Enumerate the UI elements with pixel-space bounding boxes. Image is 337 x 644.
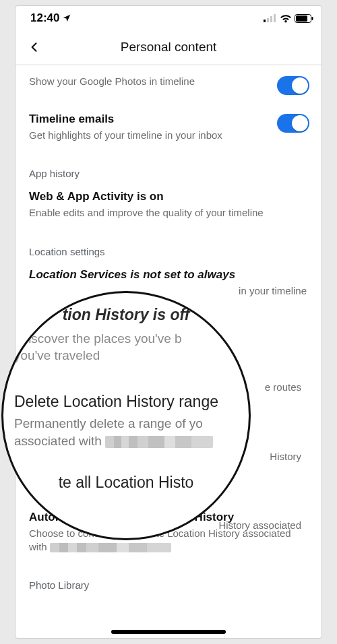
mag-text: tion History is off bbox=[63, 306, 190, 323]
svg-rect-0 bbox=[264, 20, 266, 22]
row-subtitle: Get highlights of your timeline in your … bbox=[29, 129, 270, 142]
status-time-group: 12:40 bbox=[30, 11, 71, 25]
mag-delete-all-title[interactable]: te all Location Histo bbox=[14, 474, 238, 492]
mag-text: Permanently delete a range of yo bbox=[14, 416, 203, 430]
mag-text: you've traveled bbox=[14, 348, 100, 362]
row-subtitle: Show your Google Photos in timeline bbox=[29, 75, 270, 88]
redacted-account bbox=[50, 543, 171, 552]
svg-rect-2 bbox=[270, 16, 272, 22]
home-indicator bbox=[111, 630, 226, 634]
back-button[interactable] bbox=[22, 35, 47, 59]
section-app-history: App history bbox=[29, 150, 309, 190]
chevron-left-icon bbox=[28, 40, 41, 54]
peek-routes: e routes bbox=[265, 381, 301, 393]
wifi-icon bbox=[280, 14, 292, 23]
section-location-settings: Location settings bbox=[29, 228, 309, 268]
header: Personal content bbox=[16, 30, 321, 64]
row-timeline-emails[interactable]: Timeline emails Get highlights of your t… bbox=[29, 103, 309, 150]
row-web-app-activity[interactable]: Web & App Activity is on Enable edits an… bbox=[29, 190, 309, 228]
row-title: Location Services is not set to always bbox=[29, 268, 309, 282]
section-photo-library: Photo Library bbox=[29, 562, 309, 595]
status-icons bbox=[264, 14, 313, 23]
page-title: Personal content bbox=[16, 40, 321, 55]
cellular-icon bbox=[264, 14, 277, 22]
mag-delete-range-sub: Permanently delete a range of yo associa… bbox=[14, 415, 238, 449]
mag-location-history-sub: ediscover the places you've b you've tra… bbox=[14, 330, 238, 364]
status-bar: 12:40 bbox=[16, 6, 321, 30]
svg-rect-1 bbox=[267, 18, 269, 22]
peek-history-2: History associated bbox=[218, 519, 301, 531]
row-subtitle: in your timeline bbox=[29, 284, 309, 298]
row-subtitle: Enable edits and improve the quality of … bbox=[29, 206, 309, 220]
svg-rect-5 bbox=[296, 15, 307, 22]
redacted-account bbox=[105, 436, 213, 448]
row-title: Timeline emails bbox=[29, 112, 270, 126]
mag-delete-range-title[interactable]: Delete Location History range bbox=[14, 393, 238, 411]
status-time: 12:40 bbox=[30, 11, 59, 25]
svg-rect-3 bbox=[274, 14, 276, 22]
toggle-google-photos[interactable] bbox=[277, 76, 309, 95]
row-title: Web & App Activity is on bbox=[29, 190, 309, 203]
magnifier-overlay: tion History is off ediscover the places… bbox=[1, 291, 251, 540]
row-google-photos[interactable]: Show your Google Photos in timeline bbox=[29, 65, 309, 103]
peek-history-1: History bbox=[270, 451, 301, 462]
svg-rect-6 bbox=[312, 17, 313, 20]
location-arrow-icon bbox=[62, 13, 71, 23]
mag-text: associated with bbox=[14, 434, 105, 448]
battery-icon bbox=[295, 14, 313, 23]
mag-text: ediscover the places you've b bbox=[14, 331, 182, 346]
toggle-timeline-emails[interactable] bbox=[277, 114, 309, 133]
